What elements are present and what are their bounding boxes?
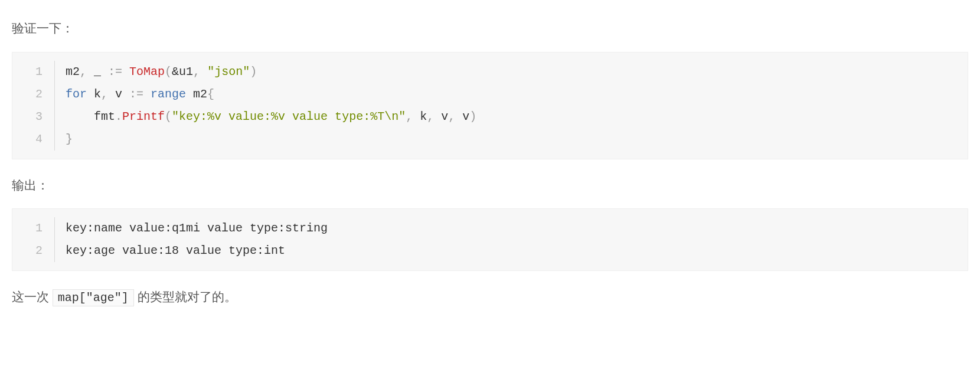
code-line: 3 fmt.Printf("key:%v value:%v value type… xyxy=(12,106,968,128)
code-content: key:age value:18 value type:int xyxy=(55,240,285,262)
final-after: 的类型就对了的。 xyxy=(134,290,237,303)
line-number: 3 xyxy=(12,106,55,128)
code-block-source: 1 m2, _ := ToMap(&u1, "json") 2 for k, v… xyxy=(12,52,968,159)
line-number: 1 xyxy=(12,61,55,83)
code-content: fmt.Printf("key:%v value:%v value type:%… xyxy=(55,106,476,128)
line-number: 4 xyxy=(12,128,55,151)
line-number: 2 xyxy=(12,83,55,106)
code-content: key:name value:q1mi value type:string xyxy=(55,217,328,240)
output-label: 输出： xyxy=(12,176,968,195)
code-line: 2 for k, v := range m2{ xyxy=(12,83,968,106)
final-before: 这一次 xyxy=(12,290,53,303)
code-line: 1 key:name value:q1mi value type:string xyxy=(12,217,968,240)
inline-code-map-age: map["age"] xyxy=(53,289,134,306)
code-line: 4 } xyxy=(12,128,968,151)
code-line: 2 key:age value:18 value type:int xyxy=(12,240,968,262)
code-line: 1 m2, _ := ToMap(&u1, "json") xyxy=(12,61,968,83)
code-block-output: 1 key:name value:q1mi value type:string … xyxy=(12,208,968,271)
code-content: for k, v := range m2{ xyxy=(55,83,214,106)
code-content: } xyxy=(55,128,73,151)
intro-text: 验证一下： xyxy=(12,19,968,38)
line-number: 1 xyxy=(12,217,55,240)
final-paragraph: 这一次 map["age"] 的类型就对了的。 xyxy=(12,287,968,307)
code-content: m2, _ := ToMap(&u1, "json") xyxy=(55,61,257,83)
line-number: 2 xyxy=(12,240,55,262)
